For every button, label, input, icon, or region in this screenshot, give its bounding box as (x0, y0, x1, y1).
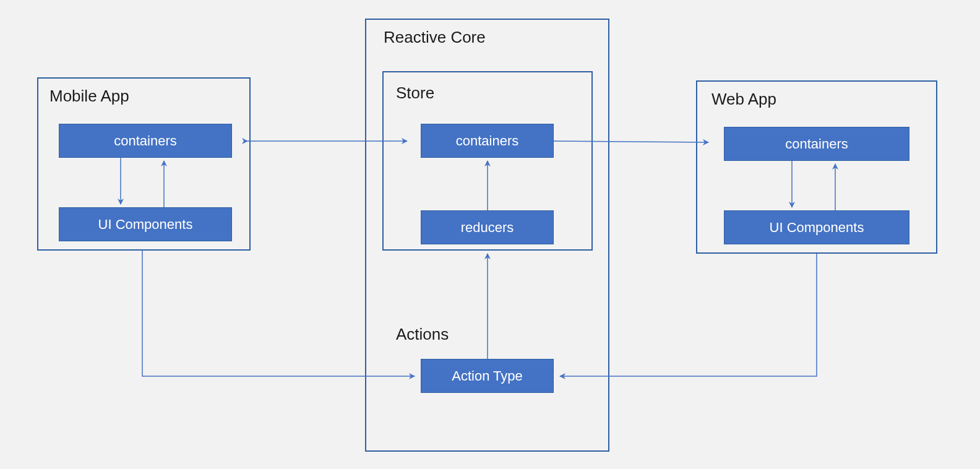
web-ui-components-box: UI Components (724, 210, 909, 244)
actions-title: Actions (396, 325, 449, 344)
web-containers-label: containers (785, 136, 848, 152)
store-containers-box: containers (421, 124, 554, 158)
store-reducers-label: reducers (461, 220, 514, 236)
mobile-app-title: Mobile App (49, 87, 129, 106)
store-title: Store (396, 84, 434, 103)
reactive-core-title: Reactive Core (384, 28, 486, 47)
action-type-label: Action Type (452, 368, 523, 384)
web-app-title: Web App (711, 90, 776, 109)
mobile-containers-label: containers (114, 133, 177, 149)
store-containers-label: containers (456, 133, 519, 149)
diagram-canvas: Mobile App containers UI Components Reac… (0, 0, 980, 469)
web-containers-box: containers (724, 127, 909, 161)
web-ui-components-label: UI Components (770, 220, 864, 236)
action-type-box: Action Type (421, 359, 554, 393)
mobile-ui-components-label: UI Components (98, 217, 193, 233)
store-reducers-box: reducers (421, 210, 554, 244)
mobile-containers-box: containers (59, 124, 232, 158)
mobile-ui-components-box: UI Components (59, 207, 232, 241)
